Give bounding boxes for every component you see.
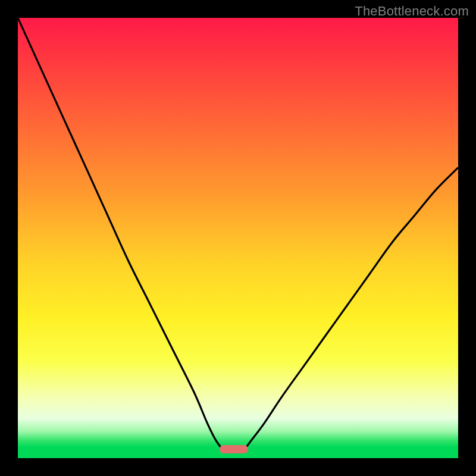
plot-area [18,18,458,458]
watermark-text: TheBottleneck.com [355,4,469,19]
curve-right-branch [245,168,458,450]
chart-stage: TheBottleneck.com [0,0,476,476]
optimum-marker [220,445,248,453]
bottleneck-curve [18,18,458,458]
curve-left-branch [18,18,223,449]
